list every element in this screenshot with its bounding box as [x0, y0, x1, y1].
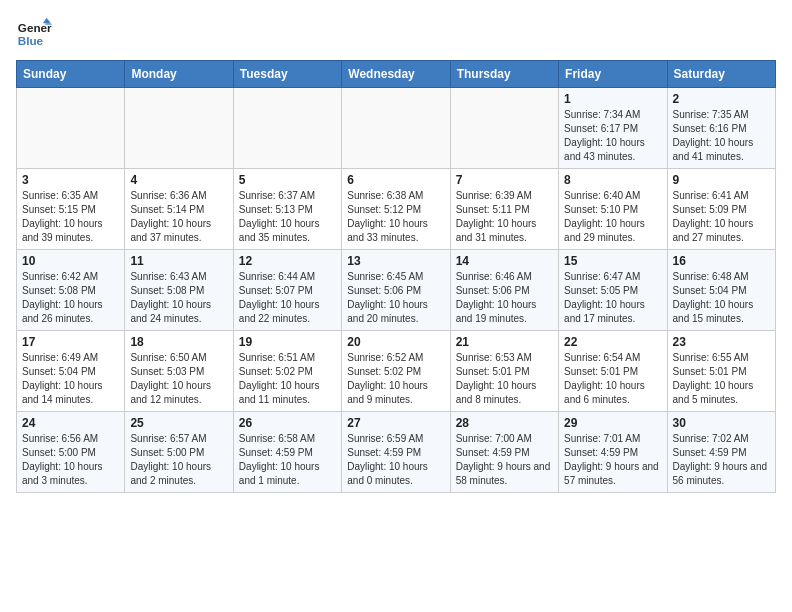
day-number: 16: [673, 254, 770, 268]
day-info: Sunrise: 6:58 AM Sunset: 4:59 PM Dayligh…: [239, 432, 336, 488]
day-info: Sunrise: 6:38 AM Sunset: 5:12 PM Dayligh…: [347, 189, 444, 245]
calendar-cell: 5Sunrise: 6:37 AM Sunset: 5:13 PM Daylig…: [233, 169, 341, 250]
calendar-week-row: 17Sunrise: 6:49 AM Sunset: 5:04 PM Dayli…: [17, 331, 776, 412]
day-info: Sunrise: 6:53 AM Sunset: 5:01 PM Dayligh…: [456, 351, 553, 407]
calendar-cell: [125, 88, 233, 169]
calendar-cell: 27Sunrise: 6:59 AM Sunset: 4:59 PM Dayli…: [342, 412, 450, 493]
calendar: SundayMondayTuesdayWednesdayThursdayFrid…: [16, 60, 776, 493]
calendar-cell: [233, 88, 341, 169]
calendar-cell: 29Sunrise: 7:01 AM Sunset: 4:59 PM Dayli…: [559, 412, 667, 493]
weekday-header-cell: Tuesday: [233, 61, 341, 88]
calendar-cell: 21Sunrise: 6:53 AM Sunset: 5:01 PM Dayli…: [450, 331, 558, 412]
weekday-header-cell: Sunday: [17, 61, 125, 88]
weekday-header-cell: Monday: [125, 61, 233, 88]
calendar-cell: [342, 88, 450, 169]
day-number: 25: [130, 416, 227, 430]
day-info: Sunrise: 6:49 AM Sunset: 5:04 PM Dayligh…: [22, 351, 119, 407]
weekday-header-row: SundayMondayTuesdayWednesdayThursdayFrid…: [17, 61, 776, 88]
calendar-cell: 22Sunrise: 6:54 AM Sunset: 5:01 PM Dayli…: [559, 331, 667, 412]
day-info: Sunrise: 6:37 AM Sunset: 5:13 PM Dayligh…: [239, 189, 336, 245]
day-number: 6: [347, 173, 444, 187]
day-number: 24: [22, 416, 119, 430]
calendar-cell: 12Sunrise: 6:44 AM Sunset: 5:07 PM Dayli…: [233, 250, 341, 331]
day-info: Sunrise: 6:55 AM Sunset: 5:01 PM Dayligh…: [673, 351, 770, 407]
weekday-header-cell: Friday: [559, 61, 667, 88]
day-number: 18: [130, 335, 227, 349]
calendar-cell: 3Sunrise: 6:35 AM Sunset: 5:15 PM Daylig…: [17, 169, 125, 250]
day-info: Sunrise: 6:39 AM Sunset: 5:11 PM Dayligh…: [456, 189, 553, 245]
day-number: 28: [456, 416, 553, 430]
day-number: 3: [22, 173, 119, 187]
day-number: 2: [673, 92, 770, 106]
day-info: Sunrise: 6:51 AM Sunset: 5:02 PM Dayligh…: [239, 351, 336, 407]
logo-icon: General Blue: [16, 16, 52, 52]
day-info: Sunrise: 6:41 AM Sunset: 5:09 PM Dayligh…: [673, 189, 770, 245]
calendar-cell: 8Sunrise: 6:40 AM Sunset: 5:10 PM Daylig…: [559, 169, 667, 250]
day-info: Sunrise: 6:46 AM Sunset: 5:06 PM Dayligh…: [456, 270, 553, 326]
weekday-header-cell: Thursday: [450, 61, 558, 88]
day-number: 29: [564, 416, 661, 430]
day-info: Sunrise: 6:42 AM Sunset: 5:08 PM Dayligh…: [22, 270, 119, 326]
calendar-cell: 9Sunrise: 6:41 AM Sunset: 5:09 PM Daylig…: [667, 169, 775, 250]
calendar-cell: 13Sunrise: 6:45 AM Sunset: 5:06 PM Dayli…: [342, 250, 450, 331]
day-number: 27: [347, 416, 444, 430]
weekday-header-cell: Saturday: [667, 61, 775, 88]
day-info: Sunrise: 6:52 AM Sunset: 5:02 PM Dayligh…: [347, 351, 444, 407]
day-number: 13: [347, 254, 444, 268]
calendar-cell: [17, 88, 125, 169]
calendar-cell: 26Sunrise: 6:58 AM Sunset: 4:59 PM Dayli…: [233, 412, 341, 493]
day-info: Sunrise: 7:00 AM Sunset: 4:59 PM Dayligh…: [456, 432, 553, 488]
day-info: Sunrise: 6:50 AM Sunset: 5:03 PM Dayligh…: [130, 351, 227, 407]
day-number: 17: [22, 335, 119, 349]
day-number: 12: [239, 254, 336, 268]
day-number: 15: [564, 254, 661, 268]
day-info: Sunrise: 6:47 AM Sunset: 5:05 PM Dayligh…: [564, 270, 661, 326]
calendar-week-row: 3Sunrise: 6:35 AM Sunset: 5:15 PM Daylig…: [17, 169, 776, 250]
day-number: 10: [22, 254, 119, 268]
day-number: 20: [347, 335, 444, 349]
day-number: 19: [239, 335, 336, 349]
calendar-cell: 30Sunrise: 7:02 AM Sunset: 4:59 PM Dayli…: [667, 412, 775, 493]
calendar-cell: 16Sunrise: 6:48 AM Sunset: 5:04 PM Dayli…: [667, 250, 775, 331]
day-number: 8: [564, 173, 661, 187]
logo: General Blue: [16, 16, 52, 52]
calendar-cell: 24Sunrise: 6:56 AM Sunset: 5:00 PM Dayli…: [17, 412, 125, 493]
day-number: 22: [564, 335, 661, 349]
weekday-header-cell: Wednesday: [342, 61, 450, 88]
calendar-week-row: 24Sunrise: 6:56 AM Sunset: 5:00 PM Dayli…: [17, 412, 776, 493]
day-number: 30: [673, 416, 770, 430]
calendar-week-row: 10Sunrise: 6:42 AM Sunset: 5:08 PM Dayli…: [17, 250, 776, 331]
calendar-body: 1Sunrise: 7:34 AM Sunset: 6:17 PM Daylig…: [17, 88, 776, 493]
calendar-cell: 18Sunrise: 6:50 AM Sunset: 5:03 PM Dayli…: [125, 331, 233, 412]
calendar-cell: 11Sunrise: 6:43 AM Sunset: 5:08 PM Dayli…: [125, 250, 233, 331]
day-info: Sunrise: 6:54 AM Sunset: 5:01 PM Dayligh…: [564, 351, 661, 407]
calendar-cell: 10Sunrise: 6:42 AM Sunset: 5:08 PM Dayli…: [17, 250, 125, 331]
calendar-cell: 7Sunrise: 6:39 AM Sunset: 5:11 PM Daylig…: [450, 169, 558, 250]
calendar-cell: 14Sunrise: 6:46 AM Sunset: 5:06 PM Dayli…: [450, 250, 558, 331]
day-info: Sunrise: 6:36 AM Sunset: 5:14 PM Dayligh…: [130, 189, 227, 245]
day-info: Sunrise: 7:34 AM Sunset: 6:17 PM Dayligh…: [564, 108, 661, 164]
calendar-cell: 28Sunrise: 7:00 AM Sunset: 4:59 PM Dayli…: [450, 412, 558, 493]
calendar-cell: 2Sunrise: 7:35 AM Sunset: 6:16 PM Daylig…: [667, 88, 775, 169]
day-number: 1: [564, 92, 661, 106]
day-number: 23: [673, 335, 770, 349]
day-number: 5: [239, 173, 336, 187]
day-number: 4: [130, 173, 227, 187]
calendar-cell: 19Sunrise: 6:51 AM Sunset: 5:02 PM Dayli…: [233, 331, 341, 412]
day-number: 14: [456, 254, 553, 268]
calendar-week-row: 1Sunrise: 7:34 AM Sunset: 6:17 PM Daylig…: [17, 88, 776, 169]
day-info: Sunrise: 6:48 AM Sunset: 5:04 PM Dayligh…: [673, 270, 770, 326]
calendar-cell: [450, 88, 558, 169]
svg-text:Blue: Blue: [18, 34, 44, 47]
day-info: Sunrise: 6:35 AM Sunset: 5:15 PM Dayligh…: [22, 189, 119, 245]
calendar-cell: 17Sunrise: 6:49 AM Sunset: 5:04 PM Dayli…: [17, 331, 125, 412]
day-info: Sunrise: 6:43 AM Sunset: 5:08 PM Dayligh…: [130, 270, 227, 326]
day-info: Sunrise: 6:44 AM Sunset: 5:07 PM Dayligh…: [239, 270, 336, 326]
day-info: Sunrise: 7:01 AM Sunset: 4:59 PM Dayligh…: [564, 432, 661, 488]
day-info: Sunrise: 6:45 AM Sunset: 5:06 PM Dayligh…: [347, 270, 444, 326]
day-info: Sunrise: 6:57 AM Sunset: 5:00 PM Dayligh…: [130, 432, 227, 488]
calendar-cell: 23Sunrise: 6:55 AM Sunset: 5:01 PM Dayli…: [667, 331, 775, 412]
day-info: Sunrise: 7:35 AM Sunset: 6:16 PM Dayligh…: [673, 108, 770, 164]
day-info: Sunrise: 6:59 AM Sunset: 4:59 PM Dayligh…: [347, 432, 444, 488]
day-number: 11: [130, 254, 227, 268]
